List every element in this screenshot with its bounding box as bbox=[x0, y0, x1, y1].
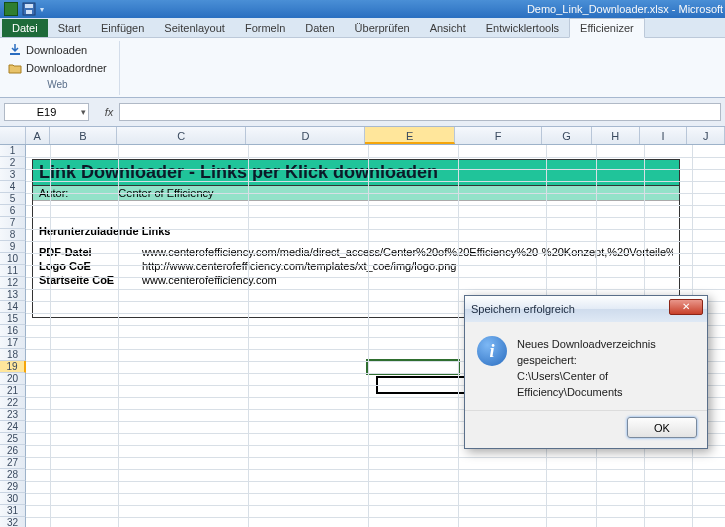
row-headers: 1234567891011121314151617181920212223242… bbox=[0, 145, 26, 527]
row-header-26[interactable]: 26 bbox=[0, 445, 26, 457]
col-header-i[interactable]: I bbox=[640, 127, 688, 144]
link-url: http://www.centerofefficiency.com/templa… bbox=[142, 259, 673, 273]
tab-insert[interactable]: Einfügen bbox=[91, 19, 154, 37]
dialog-titlebar[interactable]: Speichern erfolgreich ✕ bbox=[465, 296, 707, 322]
link-label: Logo CoE bbox=[39, 259, 134, 273]
dialog-title: Speichern erfolgreich bbox=[471, 303, 575, 315]
qat-dropdown-icon[interactable]: ▾ bbox=[40, 5, 44, 14]
svg-rect-2 bbox=[26, 10, 32, 14]
section-header: Herunterzuladende Links bbox=[39, 225, 673, 237]
sheet-title: Link Downloader - Links per Klick downlo… bbox=[33, 160, 679, 186]
save-success-dialog: Speichern erfolgreich ✕ i Neues Download… bbox=[464, 295, 708, 449]
row-header-11[interactable]: 11 bbox=[0, 265, 26, 277]
tab-view[interactable]: Ansicht bbox=[420, 19, 476, 37]
row-header-1[interactable]: 1 bbox=[0, 145, 26, 157]
save-icon[interactable] bbox=[22, 2, 36, 16]
row-header-28[interactable]: 28 bbox=[0, 469, 26, 481]
ribbon-tabs: Datei Start Einfügen Seitenlayout Formel… bbox=[0, 18, 725, 38]
col-header-a[interactable]: A bbox=[26, 127, 50, 144]
tab-data[interactable]: Daten bbox=[295, 19, 344, 37]
tab-start[interactable]: Start bbox=[48, 19, 91, 37]
title-bar: ▾ Demo_Link_Downloader.xlsx - Microsoft … bbox=[0, 0, 725, 18]
downloaden-button[interactable]: Downloaden bbox=[6, 41, 109, 59]
window-title: Demo_Link_Downloader.xlsx - Microsoft Ex… bbox=[490, 3, 725, 15]
excel-icon bbox=[4, 2, 18, 16]
row-header-7[interactable]: 7 bbox=[0, 217, 26, 229]
row-header-32[interactable]: 32 bbox=[0, 517, 26, 527]
info-icon: i bbox=[477, 336, 507, 366]
svg-rect-3 bbox=[10, 53, 20, 55]
row-header-29[interactable]: 29 bbox=[0, 481, 26, 493]
row-header-21[interactable]: 21 bbox=[0, 385, 26, 397]
selected-cell[interactable] bbox=[368, 361, 458, 373]
link-label: Startseite CoE bbox=[39, 273, 134, 287]
close-button[interactable]: ✕ bbox=[669, 299, 703, 315]
dialog-line2: C:\Users\Center of Efficiency\Documents bbox=[517, 368, 695, 400]
row-header-2[interactable]: 2 bbox=[0, 157, 26, 169]
col-header-j[interactable]: J bbox=[687, 127, 725, 144]
row-header-10[interactable]: 10 bbox=[0, 253, 26, 265]
row-header-22[interactable]: 22 bbox=[0, 397, 26, 409]
link-row: Logo CoE http://www.centerofefficiency.c… bbox=[39, 259, 673, 273]
row-header-5[interactable]: 5 bbox=[0, 193, 26, 205]
folder-icon bbox=[8, 61, 22, 75]
row-header-24[interactable]: 24 bbox=[0, 421, 26, 433]
col-header-d[interactable]: D bbox=[246, 127, 365, 144]
formula-input[interactable] bbox=[119, 103, 721, 121]
row-header-31[interactable]: 31 bbox=[0, 505, 26, 517]
link-url: www.centerofefficiency.com/media/direct_… bbox=[142, 245, 673, 259]
row-header-27[interactable]: 27 bbox=[0, 457, 26, 469]
downloadordner-button[interactable]: Downloadordner bbox=[6, 59, 109, 77]
row-header-15[interactable]: 15 bbox=[0, 313, 26, 325]
row-header-14[interactable]: 14 bbox=[0, 301, 26, 313]
downloadordner-label: Downloadordner bbox=[26, 62, 107, 74]
row-header-17[interactable]: 17 bbox=[0, 337, 26, 349]
tab-file[interactable]: Datei bbox=[2, 19, 48, 37]
col-header-h[interactable]: H bbox=[592, 127, 640, 144]
formula-bar-area: E19 ▾ fx bbox=[0, 98, 725, 127]
download-icon bbox=[8, 43, 22, 57]
row-header-8[interactable]: 8 bbox=[0, 229, 26, 241]
tab-review[interactable]: Überprüfen bbox=[345, 19, 420, 37]
ribbon-group-label: Web bbox=[6, 79, 109, 90]
col-header-g[interactable]: G bbox=[542, 127, 592, 144]
col-header-b[interactable]: B bbox=[50, 127, 118, 144]
select-all-corner[interactable] bbox=[0, 127, 26, 144]
row-header-18[interactable]: 18 bbox=[0, 349, 26, 361]
close-icon: ✕ bbox=[682, 301, 690, 312]
row-header-16[interactable]: 16 bbox=[0, 325, 26, 337]
link-url: www.centerofefficiency.com bbox=[142, 273, 673, 287]
link-row: Startseite CoE www.centerofefficiency.co… bbox=[39, 273, 673, 287]
chevron-down-icon[interactable]: ▾ bbox=[81, 107, 86, 117]
row-header-12[interactable]: 12 bbox=[0, 277, 26, 289]
tab-developer[interactable]: Entwicklertools bbox=[476, 19, 569, 37]
fx-icon[interactable]: fx bbox=[101, 106, 117, 118]
tab-efficienizer[interactable]: Efficienizer bbox=[569, 18, 645, 38]
row-header-4[interactable]: 4 bbox=[0, 181, 26, 193]
link-row: PDF-Datei www.centerofefficiency.com/med… bbox=[39, 245, 673, 259]
dialog-line1: Neues Downloadverzeichnis gespeichert: bbox=[517, 336, 695, 368]
row-header-30[interactable]: 30 bbox=[0, 493, 26, 505]
row-header-25[interactable]: 25 bbox=[0, 433, 26, 445]
ribbon: Downloaden Downloadordner Web bbox=[0, 38, 725, 98]
dialog-text: Neues Downloadverzeichnis gespeichert: C… bbox=[517, 336, 695, 400]
row-header-23[interactable]: 23 bbox=[0, 409, 26, 421]
tab-pagelayout[interactable]: Seitenlayout bbox=[154, 19, 235, 37]
row-header-6[interactable]: 6 bbox=[0, 205, 26, 217]
ok-button[interactable]: OK bbox=[627, 417, 697, 438]
col-header-f[interactable]: F bbox=[455, 127, 542, 144]
downloaden-label: Downloaden bbox=[26, 44, 87, 56]
column-headers: ABCDEFGHIJ bbox=[0, 127, 725, 145]
tab-formulas[interactable]: Formeln bbox=[235, 19, 295, 37]
col-header-e[interactable]: E bbox=[365, 127, 454, 144]
col-header-c[interactable]: C bbox=[117, 127, 246, 144]
quick-access-toolbar: ▾ bbox=[4, 2, 44, 16]
row-header-9[interactable]: 9 bbox=[0, 241, 26, 253]
row-header-13[interactable]: 13 bbox=[0, 289, 26, 301]
link-label: PDF-Datei bbox=[39, 245, 134, 259]
ribbon-group-web: Downloaden Downloadordner Web bbox=[6, 41, 120, 95]
row-header-3[interactable]: 3 bbox=[0, 169, 26, 181]
row-header-20[interactable]: 20 bbox=[0, 373, 26, 385]
name-box[interactable]: E19 ▾ bbox=[4, 103, 89, 121]
row-header-19[interactable]: 19 bbox=[0, 361, 26, 373]
